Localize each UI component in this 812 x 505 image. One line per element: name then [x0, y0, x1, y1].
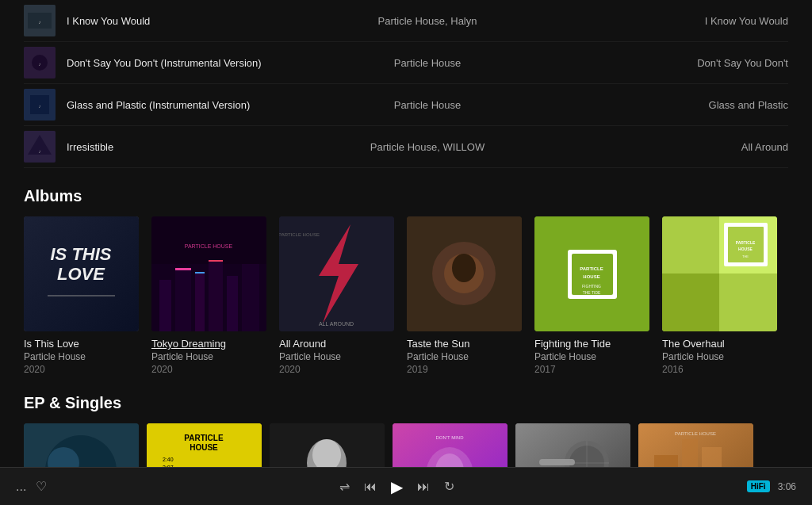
- svg-text:PARTICLE: PARTICLE: [736, 240, 756, 245]
- svg-rect-24: [242, 264, 259, 331]
- svg-rect-21: [195, 272, 205, 331]
- album-year: 2019: [407, 364, 522, 375]
- table-row[interactable]: ♪ Glass and Plastic (Instrumental Versio…: [24, 84, 788, 126]
- list-item[interactable]: [270, 423, 385, 473]
- repeat-button[interactable]: ↻: [444, 479, 454, 494]
- singles-grid: PARTICLE HOUSE 2:40 3:07 SCRATCH MY BACK…: [24, 423, 788, 473]
- svg-text:♪: ♪: [39, 62, 41, 67]
- album-year: 2017: [534, 364, 649, 375]
- player-center: ⇌ ⏮ ▶ ⏭ ↻: [339, 477, 454, 496]
- list-item[interactable]: PARTICLE HOUSE: [638, 423, 753, 473]
- main-content[interactable]: ♪ I Know You Would Particle House, Halyn…: [0, 0, 812, 473]
- track-album: All Around: [548, 141, 788, 153]
- track-album: Don't Say You Don't: [548, 57, 788, 69]
- list-item[interactable]: [515, 423, 630, 473]
- svg-rect-25: [175, 268, 191, 270]
- like-button[interactable]: ♡: [36, 479, 47, 494]
- svg-point-66: [312, 439, 341, 471]
- track-thumbnail: ♪: [24, 47, 56, 78]
- album-card[interactable]: IS THIS LOVE Is This Love Particle House…: [24, 216, 139, 375]
- svg-text:FIGHTING: FIGHTING: [582, 284, 601, 289]
- track-artist: Particle House: [307, 99, 547, 111]
- album-artist: Particle House: [662, 351, 777, 362]
- albums-heading: Albums: [24, 187, 788, 205]
- album-card[interactable]: PARTICLE HOUSE FIGHTING THE TIDE Fightin…: [534, 216, 649, 375]
- svg-rect-19: [159, 280, 171, 331]
- album-year: 2020: [24, 364, 139, 375]
- player-right: HiFi 3:06: [747, 480, 796, 492]
- svg-text:2:40: 2:40: [163, 457, 174, 462]
- single-cover: DON'T MIND: [393, 423, 508, 473]
- album-card[interactable]: ALL AROUND PARTICLE HOUSE All Around Par…: [279, 216, 394, 375]
- svg-text:DON'T MIND: DON'T MIND: [435, 435, 464, 440]
- play-button[interactable]: ▶: [391, 477, 403, 496]
- track-album: Glass and Plastic: [548, 99, 788, 111]
- track-name: Don't Say You Don't (Instrumental Versio…: [67, 57, 307, 69]
- svg-text:PARTICLE: PARTICLE: [184, 434, 224, 442]
- album-artist: Particle House: [24, 351, 139, 362]
- next-button[interactable]: ⏭: [417, 480, 430, 494]
- album-card[interactable]: Taste the Sun Particle House 2019: [407, 216, 522, 375]
- album-title: Tokyo Dreaming: [151, 338, 266, 350]
- singles-heading: EP & Singles: [24, 394, 788, 412]
- svg-rect-45: [662, 274, 719, 331]
- player-bar: ... ♡ ⇌ ⏮ ▶ ⏭ ↻ HiFi 3:06: [0, 467, 812, 505]
- list-item[interactable]: PARTICLE HOUSE 2:40 3:07 SCRATCH MY BACK…: [147, 423, 262, 473]
- album-cover: PARTICLE HOUSE: [151, 216, 266, 331]
- album-year: 2016: [662, 364, 777, 375]
- svg-text:♪: ♪: [39, 20, 41, 25]
- table-row[interactable]: ♪ I Know You Would Particle House, Halyn…: [24, 0, 788, 42]
- track-artist: Particle House, Halyn: [307, 15, 547, 27]
- previous-button[interactable]: ⏮: [364, 480, 377, 494]
- album-artist: Particle House: [151, 351, 266, 362]
- single-cover: [24, 423, 139, 473]
- table-row[interactable]: ♪ Irresistible Particle House, WILLOW Al…: [24, 126, 788, 168]
- single-cover: [515, 423, 630, 473]
- svg-text:IS THIS: IS THIS: [50, 244, 111, 264]
- svg-text:THE: THE: [742, 254, 749, 258]
- album-artist: Particle House: [279, 351, 394, 362]
- album-cover: PARTICLE HOUSE THE: [662, 216, 777, 331]
- track-name: I Know You Would: [67, 15, 307, 27]
- album-card[interactable]: PARTICLE HOUSE Tokyo Dreaming Particle H…: [151, 216, 266, 375]
- track-artist: Particle House, WILLOW: [307, 141, 547, 153]
- album-cover: [407, 216, 522, 331]
- album-title: Is This Love: [24, 338, 139, 350]
- album-title: Fighting the Tide: [534, 338, 649, 350]
- albums-grid: IS THIS LOVE Is This Love Particle House…: [24, 216, 788, 375]
- svg-text:ALL AROUND: ALL AROUND: [319, 321, 354, 327]
- svg-rect-77: [539, 459, 575, 465]
- albums-section: Albums IS THIS LOVE: [24, 187, 788, 375]
- album-year: 2020: [151, 364, 266, 375]
- single-cover: PARTICLE HOUSE 2:40 3:07 SCRATCH MY BACK…: [147, 423, 262, 473]
- album-artist: Particle House: [407, 351, 522, 362]
- track-name: Glass and Plastic (Instrumental Version): [67, 99, 307, 111]
- svg-rect-20: [175, 268, 191, 331]
- album-title: Taste the Sun: [407, 338, 522, 350]
- list-item[interactable]: [24, 423, 139, 473]
- album-card[interactable]: PARTICLE HOUSE THE The Overhaul Particle…: [662, 216, 777, 375]
- svg-text:THE TIDE: THE TIDE: [583, 290, 601, 295]
- svg-rect-27: [209, 260, 223, 262]
- shuffle-button[interactable]: ⇌: [339, 479, 350, 494]
- svg-text:LOVE: LOVE: [57, 264, 105, 284]
- svg-text:PARTICLE: PARTICLE: [580, 266, 603, 271]
- track-name: Irresistible: [67, 141, 307, 153]
- album-cover: ALL AROUND PARTICLE HOUSE: [279, 216, 394, 331]
- more-button[interactable]: ...: [16, 480, 26, 494]
- list-item[interactable]: DON'T MIND: [393, 423, 508, 473]
- svg-text:HOUSE: HOUSE: [583, 274, 599, 279]
- svg-text:HOUSE: HOUSE: [190, 443, 218, 452]
- singles-section: EP & Singles PARTICLE: [24, 394, 788, 473]
- svg-rect-23: [227, 276, 238, 331]
- svg-rect-26: [195, 272, 205, 274]
- single-cover: PARTICLE HOUSE: [638, 423, 753, 473]
- album-cover: IS THIS LOVE: [24, 216, 139, 331]
- album-year: 2020: [279, 364, 394, 375]
- table-row[interactable]: ♪ Don't Say You Don't (Instrumental Vers…: [24, 42, 788, 84]
- album-cover: PARTICLE HOUSE FIGHTING THE TIDE: [534, 216, 649, 331]
- track-thumbnail: ♪: [24, 89, 56, 121]
- svg-point-36: [452, 254, 476, 282]
- svg-text:♪: ♪: [39, 104, 41, 109]
- tracks-section: ♪ I Know You Would Particle House, Halyn…: [24, 0, 788, 168]
